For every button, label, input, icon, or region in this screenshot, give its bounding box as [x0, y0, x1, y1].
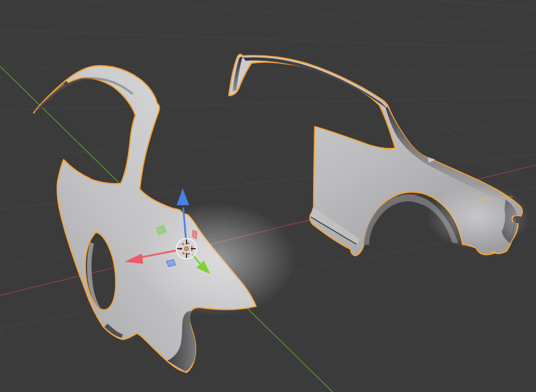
- shading-rear-highlight: [427, 185, 530, 250]
- object-origin-dot: [184, 246, 188, 250]
- viewport-canvas[interactable]: [0, 0, 536, 392]
- shading-fender-highlight: [133, 203, 296, 317]
- blender-3d-viewport[interactable]: [0, 0, 536, 392]
